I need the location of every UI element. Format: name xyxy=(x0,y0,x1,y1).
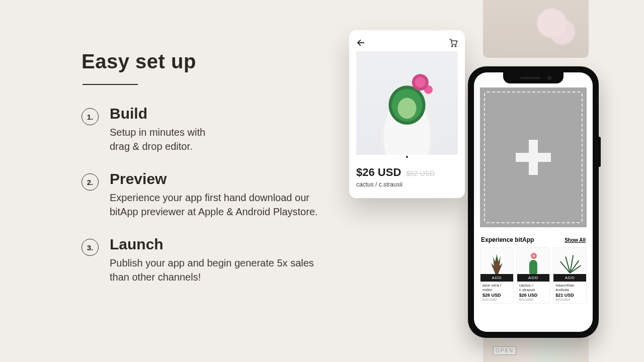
cart-icon[interactable] xyxy=(449,38,458,47)
step-1-title: Build xyxy=(110,105,205,122)
step-3-body: Publish your app and begin generate 5x s… xyxy=(110,256,318,284)
product-price: $21 USD xyxy=(553,293,586,298)
page-title: Easy set up xyxy=(82,50,318,73)
product-thumb xyxy=(480,248,513,274)
product-thumb xyxy=(553,248,586,274)
step-1: 1. Build Setup in minutes with drag & dr… xyxy=(82,105,318,153)
product-name: aloe vera / miller xyxy=(480,282,513,293)
step-2-body: Experience your app first hand download … xyxy=(110,191,318,219)
show-all-link[interactable]: Show All xyxy=(565,237,586,243)
step-1-number: 1. xyxy=(82,108,99,125)
plant-icon xyxy=(526,254,541,274)
open-sign: OPEN xyxy=(493,346,516,355)
step-2: 2. Preview Experience your app first han… xyxy=(82,170,318,219)
svg-point-2 xyxy=(455,46,456,47)
svg-point-1 xyxy=(452,46,453,47)
step-1-body: Setup in minutes with drag & drop editor… xyxy=(110,125,205,153)
product-detail-price: $26 USD xyxy=(356,166,401,179)
product-detail-card: • $26 USD $52 USD cactus / c.strausii xyxy=(349,30,465,198)
product-photo: • xyxy=(356,51,458,155)
plant-icon xyxy=(562,254,578,274)
product-card[interactable]: ADD aloe vera / miller $26 USD $42 USD xyxy=(480,247,514,304)
add-button[interactable]: ADD xyxy=(480,274,513,282)
product-name: cactus / c.strausii xyxy=(517,282,550,293)
back-arrow-icon[interactable] xyxy=(356,38,365,47)
background-photo-top xyxy=(483,0,589,58)
product-name: haworthia/ limifolia xyxy=(553,282,586,293)
step-3: 3. Launch Publish your app and begin gen… xyxy=(82,236,318,284)
heading-divider xyxy=(83,84,138,85)
product-detail-title: cactus / c.strausii xyxy=(356,181,458,188)
step-3-number: 3. xyxy=(82,239,99,256)
dropzone-placeholder[interactable] xyxy=(480,87,587,227)
add-button[interactable]: ADD xyxy=(517,274,550,282)
product-compare-price: $42 USD xyxy=(480,298,513,303)
add-button[interactable]: ADD xyxy=(553,274,586,282)
product-compare-price: $42 USD xyxy=(553,298,586,303)
plant-icon xyxy=(490,254,503,274)
step-3-title: Launch xyxy=(110,236,318,253)
product-price: $26 USD xyxy=(517,293,550,298)
phone-mockup: Experience bitApp Show All ADD aloe vera… xyxy=(468,66,599,338)
product-detail-compare: $52 USD xyxy=(406,169,435,177)
product-thumb xyxy=(517,248,550,274)
collection-title: Experience bitApp xyxy=(481,236,534,243)
step-2-title: Preview xyxy=(110,170,318,188)
phone-screen: Experience bitApp Show All ADD aloe vera… xyxy=(474,72,593,332)
step-2-number: 2. xyxy=(82,173,99,191)
product-card[interactable]: ADD haworthia/ limifolia $21 USD $42 USD xyxy=(553,247,587,304)
product-card[interactable]: ADD cactus / c.strausii $26 USD $42 USD xyxy=(517,247,550,304)
product-compare-price: $42 USD xyxy=(517,298,550,303)
carousel-dots: • xyxy=(356,153,458,161)
product-price: $26 USD xyxy=(480,293,513,298)
phone-notch xyxy=(503,72,564,83)
